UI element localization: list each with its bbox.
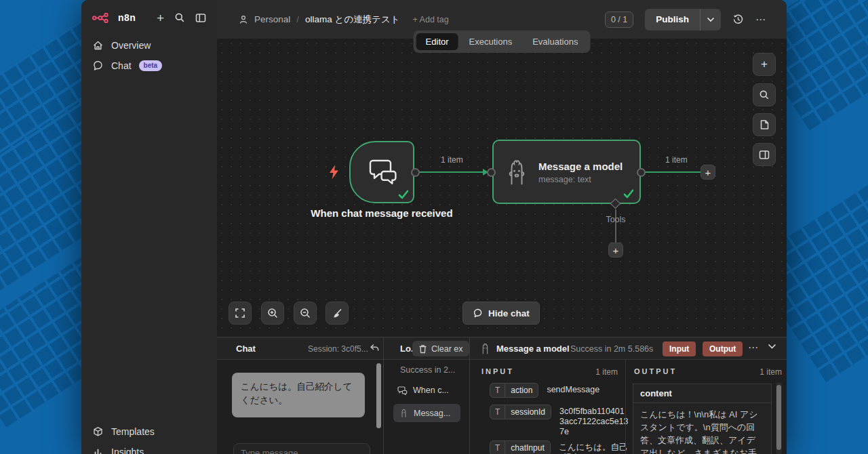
broom-icon: [332, 308, 343, 319]
search-icon: [759, 89, 770, 100]
input-field-sessionId[interactable]: T sessionId 3c0f5fbab1104013acc7122cac5e…: [490, 405, 629, 437]
sidebar-item-label: Templates: [111, 426, 155, 437]
canvas-search-button[interactable]: [753, 83, 776, 106]
sidebar-collapse-icon[interactable]: [195, 13, 206, 23]
connection-line: [418, 171, 485, 173]
tab-executions[interactable]: Executions: [460, 33, 522, 50]
clear-execution-button[interactable]: Clear ex: [412, 341, 469, 356]
zoom-out-button[interactable]: [294, 302, 317, 325]
output-content-table: content こんにちは！\n\n私は AI アシスタントです。\n質問への回…: [633, 384, 772, 454]
publish-button[interactable]: Publish: [645, 9, 700, 30]
zoom-in-button[interactable]: [261, 302, 284, 325]
sidebar-item-chat[interactable]: Chat beta: [81, 56, 217, 76]
log-item-label: Messag...: [414, 409, 450, 418]
tidy-up-button[interactable]: [326, 302, 349, 325]
breadcrumb-project[interactable]: Personal: [254, 14, 290, 24]
panel-divider[interactable]: [383, 337, 384, 454]
field-value: こんにちは。自己紹介してください。: [559, 440, 628, 454]
add-node-button[interactable]: +: [701, 165, 715, 180]
output-scrollbar-thumb[interactable]: [776, 385, 781, 450]
connection-line: [645, 171, 701, 173]
workflow-history-button[interactable]: [732, 14, 744, 25]
publish-dropdown-button[interactable]: [701, 9, 721, 30]
toggle-panel-button[interactable]: [753, 143, 776, 166]
sidebar-item-overview[interactable]: Overview: [81, 35, 217, 56]
input-section-header: INPUT: [481, 367, 514, 375]
sidebar-item-label: Chat: [111, 60, 132, 71]
bottom-panel: Chat Session: 3c0f5... こんにちは。自己紹介してください。…: [217, 337, 787, 454]
field-name: chatInput: [505, 441, 549, 454]
detail-menu-button[interactable]: ⋯: [748, 342, 759, 354]
breadcrumb-separator: /: [296, 14, 299, 24]
search-icon[interactable]: [174, 12, 185, 23]
field-pill: T chatInput: [490, 440, 551, 454]
workflow-canvas[interactable]: When chat message received 1 item: [217, 39, 787, 337]
log-item-message-a-model[interactable]: Messag...: [393, 404, 460, 422]
type-text-icon: T: [490, 441, 505, 454]
sticky-note-button[interactable]: [753, 113, 776, 136]
model-output-port[interactable]: [637, 168, 646, 177]
model-node-subtitle: message: text: [538, 175, 630, 184]
tab-editor[interactable]: Editor: [416, 33, 458, 50]
zoom-out-icon: [300, 308, 311, 319]
new-workflow-button[interactable]: +: [157, 12, 164, 24]
add-tag-button[interactable]: + Add tag: [413, 15, 449, 24]
tab-evaluations[interactable]: Evaluations: [523, 33, 587, 50]
field-pill: T sessionId: [490, 405, 551, 419]
type-text-icon: T: [490, 384, 505, 397]
split-panel-icon: [759, 150, 770, 160]
sidebar: n8n + Overview Cha: [81, 0, 217, 454]
sticky-note-icon: [760, 119, 770, 130]
input-toggle-button[interactable]: Input: [663, 342, 696, 356]
plus-icon: +: [761, 58, 768, 71]
chat-message-input[interactable]: [233, 443, 370, 454]
n8n-logo-icon: [92, 13, 113, 23]
beta-badge: beta: [139, 60, 163, 71]
sidebar-item-label: Insights: [111, 447, 144, 454]
output-column-header: content: [633, 384, 771, 403]
chat-panel-title: Chat: [236, 344, 256, 354]
sidebar-item-label: Overview: [111, 40, 151, 51]
chat-scrollbar[interactable]: [376, 363, 381, 428]
log-item-when-chat[interactable]: When c...: [397, 386, 449, 395]
llama-icon: [399, 408, 408, 418]
breadcrumb: Personal / ollama との連携テスト + Add tag: [239, 14, 449, 26]
panel-divider[interactable]: [469, 337, 470, 454]
fit-view-button[interactable]: [229, 302, 252, 325]
node-when-chat-message-received[interactable]: [349, 141, 414, 203]
workflow-name[interactable]: ollama との連携テスト: [305, 14, 400, 26]
output-content-value: こんにちは！\n\n私は AI アシスタントです。\n質問への回答、文章作成、翻…: [633, 403, 771, 454]
type-text-icon: T: [490, 405, 505, 419]
reset-session-icon[interactable]: [369, 343, 380, 353]
chat-bubble-icon: [92, 60, 104, 71]
input-field-action[interactable]: T action sendMessage: [490, 383, 616, 398]
workflow-menu-button[interactable]: ⋯: [755, 14, 766, 26]
hide-chat-button[interactable]: Hide chat: [462, 302, 540, 325]
output-toggle-button[interactable]: Output: [703, 342, 743, 356]
trash-icon: [418, 344, 427, 354]
connection-items-label: 1 item: [665, 155, 688, 165]
add-node-rail-button[interactable]: +: [753, 53, 776, 76]
model-node-title: Message a model: [538, 160, 630, 173]
input-field-chatInput[interactable]: T chatInput こんにちは。自己紹介してください。: [490, 440, 628, 454]
model-input-port[interactable]: [487, 168, 496, 177]
templates-icon: [92, 426, 104, 437]
output-section-header: OUTPUT: [634, 367, 677, 375]
add-tool-button[interactable]: +: [608, 243, 623, 257]
sidebar-item-templates[interactable]: Templates: [81, 421, 217, 442]
trigger-output-port[interactable]: [411, 168, 420, 177]
person-icon: [239, 15, 248, 24]
app-title: n8n: [118, 12, 136, 23]
node-message-a-model[interactable]: Message a model message: text: [492, 140, 641, 204]
field-name: action: [505, 384, 538, 397]
field-pill: T action: [490, 383, 538, 398]
collapse-panel-icon[interactable]: [768, 344, 776, 350]
insights-icon: [92, 447, 104, 454]
fit-view-icon: [235, 308, 245, 318]
field-value: sendMessage: [547, 383, 616, 395]
chat-bubbles-icon: [368, 158, 399, 186]
clear-execution-label: Clear ex: [431, 344, 463, 354]
detail-status: Success in 2m 5.586s: [570, 344, 653, 354]
chevron-down-icon: [707, 17, 715, 22]
sidebar-item-insights[interactable]: Insights: [81, 442, 217, 454]
